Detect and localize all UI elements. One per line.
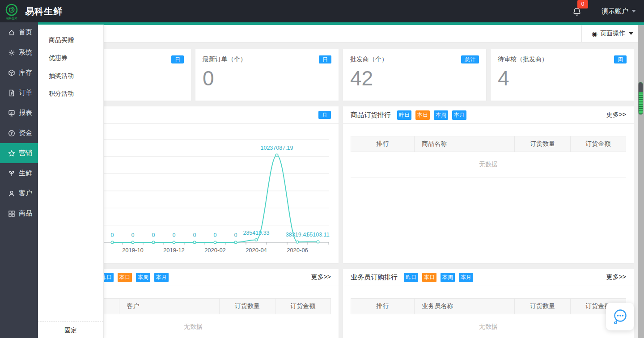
sidebar-item-system[interactable]: 系统 — [0, 42, 38, 63]
star-icon — [8, 150, 15, 157]
table-header-cell: 订货数量 — [219, 299, 275, 314]
flyout-pin-button[interactable]: 固定 — [38, 321, 103, 338]
doc-icon — [8, 89, 15, 97]
section-title: 业务员订购排行 — [351, 273, 398, 282]
ranking-table: 排行业务员名称订货数量订货金额 无数据 — [351, 298, 626, 338]
page-actions-button[interactable]: ◉ 页面操作 — [581, 25, 638, 42]
svg-text:0: 0 — [131, 232, 135, 238]
notifications-button[interactable]: 0 — [569, 4, 585, 19]
submenu-item-coupon[interactable]: 优惠券 — [38, 49, 103, 67]
period-badge: 月 — [318, 111, 331, 119]
section-title: 商品订货排行 — [351, 111, 391, 119]
stat-card-value: 4 — [498, 67, 627, 90]
sidebar: 首页系统库存订单报表资金营销生鲜客户商品 — [0, 22, 38, 338]
svg-text:2019-10: 2019-10 — [122, 247, 144, 254]
sidebar-item-label: 客户 — [19, 189, 32, 198]
empty-state-text: 无数据 — [184, 323, 203, 331]
table-header-cell: 业务员名称 — [414, 299, 514, 314]
grid-icon — [8, 210, 15, 217]
sidebar-item-label: 生鲜 — [19, 169, 32, 177]
svg-text:38319.41: 38319.41 — [286, 232, 309, 238]
period-filter-badge[interactable]: 本日 — [118, 273, 132, 282]
marketing-submenu: 商品买赠优惠券抽奖活动积分活动 固定 — [38, 25, 104, 338]
chat-button[interactable] — [606, 303, 634, 330]
notification-badge: 0 — [577, 0, 588, 8]
period-filter-badge[interactable]: 本周 — [434, 110, 448, 120]
svg-text:2020-04: 2020-04 — [246, 247, 267, 254]
more-link[interactable]: 更多>> — [606, 273, 626, 281]
period-filter-badge[interactable]: 昨日 — [397, 110, 411, 120]
period-filter-badge[interactable]: 本月 — [452, 110, 466, 120]
sidebar-item-customers[interactable]: 客户 — [0, 183, 38, 203]
submenu-item-product-gift[interactable]: 商品买赠 — [38, 31, 103, 49]
submenu-item-lottery[interactable]: 抽奖活动 — [38, 67, 103, 84]
chevron-down-icon — [629, 32, 633, 35]
stat-card: 待审核（批发商） 周 4 — [491, 49, 634, 101]
period-badge: 日 — [171, 55, 184, 63]
scrollbar-thumb[interactable] — [638, 82, 643, 115]
account-menu[interactable]: 演示账户 — [602, 7, 636, 16]
money-icon — [8, 130, 15, 137]
period-badge: 日 — [319, 55, 331, 63]
period-filter-badge[interactable]: 本月 — [154, 273, 169, 282]
svg-text:2019-12: 2019-12 — [163, 247, 185, 254]
sidebar-item-home[interactable]: 首页 — [0, 22, 38, 42]
table-header-cell: 订货金额 — [275, 299, 330, 314]
period-filter-badge[interactable]: 本日 — [422, 273, 436, 282]
svg-text:0: 0 — [173, 232, 176, 238]
box-icon — [8, 69, 15, 76]
logo-icon — [5, 4, 18, 16]
period-filter-badge[interactable]: 昨日 — [404, 273, 418, 282]
sidebar-item-reports[interactable]: 报表 — [0, 103, 38, 123]
sidebar-item-label: 库存 — [19, 68, 32, 77]
target-icon: ◉ — [592, 30, 597, 37]
svg-text:2020-06: 2020-06 — [287, 247, 308, 254]
svg-text:10237087.19: 10237087.19 — [261, 145, 293, 151]
svg-text:55103.11: 55103.11 — [306, 232, 329, 238]
product-ranking-card: 商品订货排行 昨日本日本周本月 更多>> 排行商品名称订货数量订货金额 无数据 — [343, 106, 634, 263]
sidebar-item-label: 订单 — [19, 89, 32, 97]
more-link[interactable]: 更多>> — [606, 111, 626, 119]
chevron-down-icon — [631, 10, 636, 13]
sidebar-item-goods[interactable]: 商品 — [0, 203, 38, 224]
sidebar-item-label: 系统 — [19, 48, 32, 57]
sidebar-item-label: 报表 — [19, 109, 32, 117]
empty-state-text: 无数据 — [479, 323, 498, 331]
svg-text:0: 0 — [214, 232, 217, 238]
sidebar-item-fresh[interactable]: 生鲜 — [0, 163, 38, 183]
sidebar-item-label: 营销 — [19, 149, 32, 157]
more-link[interactable]: 更多>> — [311, 273, 331, 281]
svg-text:0: 0 — [193, 232, 196, 238]
sidebar-item-inventory[interactable]: 库存 — [0, 63, 38, 83]
sidebar-item-label: 首页 — [19, 28, 32, 37]
salesman-ranking-card: 业务员订购排行 昨日本日本周本月 更多>> 排行业务员名称订货数量订货金额 无数… — [343, 269, 634, 338]
period-filter-badge[interactable]: 本周 — [441, 273, 455, 282]
sidebar-item-marketing[interactable]: 营销 — [0, 143, 38, 163]
period-badge: 总计 — [461, 55, 479, 63]
app-logo: 易科生鲜 — [0, 0, 23, 22]
chat-icon — [611, 308, 629, 325]
table-header-cell: 排行 — [351, 299, 414, 314]
submenu-item-points[interactable]: 积分活动 — [38, 84, 103, 102]
period-filter-badge[interactable]: 本日 — [415, 110, 430, 120]
table-header-cell: 商品名称 — [414, 136, 514, 152]
stat-card-value: 42 — [350, 67, 479, 90]
sidebar-item-funds[interactable]: 资金 — [0, 123, 38, 143]
table-header-cell: 订货数量 — [514, 299, 570, 314]
svg-text:2020-02: 2020-02 — [204, 247, 226, 254]
report-icon — [8, 110, 15, 117]
period-filter-badge[interactable]: 本周 — [136, 273, 150, 282]
svg-text:0: 0 — [111, 232, 114, 238]
ranking-table: 排行商品名称订货数量订货金额 无数据 — [351, 136, 626, 177]
sidebar-item-orders[interactable]: 订单 — [0, 83, 38, 103]
period-badge: 周 — [614, 55, 627, 63]
scrollbar-track[interactable] — [638, 25, 644, 338]
period-filter-badge[interactable]: 本月 — [459, 273, 473, 282]
page-toolbar: ◉ 页面操作 — [38, 25, 644, 42]
app-root: 易科生鲜 易科生鲜 0 演示账户 首页系统库存订单报表资金营销生鲜客户商品 ◉ … — [0, 0, 644, 338]
table-header-cell: 订货数量 — [514, 136, 570, 152]
brand-title: 易科生鲜 — [25, 5, 63, 17]
stat-card-value: 0 — [203, 67, 331, 90]
account-name: 演示账户 — [602, 7, 628, 16]
stat-card-title: 待审核（批发商） — [498, 55, 548, 63]
